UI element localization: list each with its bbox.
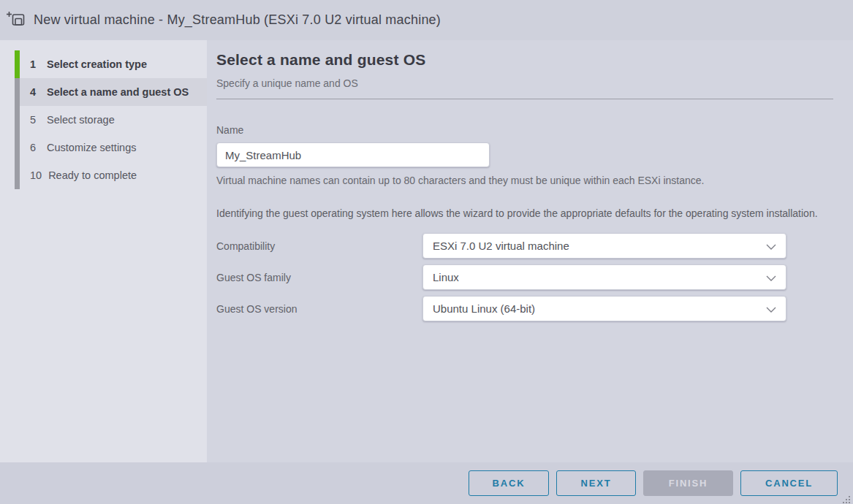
name-field-label: Name xyxy=(216,124,833,136)
chevron-down-icon xyxy=(766,244,776,250)
page-subtitle: Specify a unique name and OS xyxy=(216,77,833,89)
compatibility-value: ESXi 7.0 U2 virtual machine xyxy=(433,240,569,252)
compatibility-select[interactable]: ESXi 7.0 U2 virtual machine xyxy=(422,233,786,259)
cancel-button[interactable]: CANCEL xyxy=(740,470,838,496)
guest-os-family-value: Linux xyxy=(433,271,459,283)
step-progress-bar xyxy=(15,134,20,161)
step-progress-bar xyxy=(15,78,20,106)
name-help-text: Virtual machine names can contain up to … xyxy=(216,175,833,186)
wizard-step-select-storage[interactable]: 5 Select storage xyxy=(15,106,207,134)
header-divider xyxy=(216,99,833,99)
wizard-step-select-name-guest-os[interactable]: 4 Select a name and guest OS xyxy=(15,78,207,106)
wizard-steps-sidebar: 1 Select creation type 4 Select a name a… xyxy=(0,40,207,462)
step-label: Select storage xyxy=(47,114,115,126)
guest-os-family-select[interactable]: Linux xyxy=(422,264,786,290)
step-label: Ready to complete xyxy=(48,169,137,181)
guest-os-help-text: Identifying the guest operating system h… xyxy=(216,205,824,221)
guest-os-version-row: Guest OS version Ubuntu Linux (64-bit) xyxy=(216,296,833,321)
step-number: 10 xyxy=(30,169,42,181)
wizard-footer: BACK NEXT FINISH CANCEL xyxy=(0,462,853,504)
step-number: 1 xyxy=(30,58,40,70)
wizard-step-list: 1 Select creation type 4 Select a name a… xyxy=(0,50,207,189)
step-progress-bar xyxy=(15,161,20,189)
guest-os-version-value: Ubuntu Linux (64-bit) xyxy=(433,302,535,315)
back-button[interactable]: BACK xyxy=(469,470,549,496)
step-progress-bar xyxy=(15,50,20,78)
step-label: Select creation type xyxy=(47,58,147,70)
step-number: 6 xyxy=(30,142,40,153)
wizard-step-customize-settings[interactable]: 6 Customize settings xyxy=(15,134,207,161)
step-number: 5 xyxy=(30,114,40,126)
step-progress-bar xyxy=(15,106,20,134)
wizard-step-select-creation-type[interactable]: 1 Select creation type xyxy=(15,50,207,78)
wizard-step-ready-to-complete[interactable]: 10 Ready to complete xyxy=(15,161,207,189)
chevron-down-icon xyxy=(766,275,776,281)
new-vm-wizard-dialog: New virtual machine - My_StreamHub (ESXi… xyxy=(0,0,853,504)
page-title: Select a name and guest OS xyxy=(216,51,833,69)
wizard-page-content: Select a name and guest OS Specify a uni… xyxy=(207,40,853,462)
guest-os-version-select[interactable]: Ubuntu Linux (64-bit) xyxy=(422,296,786,321)
compatibility-row: Compatibility ESXi 7.0 U2 virtual machin… xyxy=(216,233,833,259)
new-vm-icon xyxy=(7,11,26,29)
resize-grip[interactable] xyxy=(842,494,851,503)
guest-os-family-label: Guest OS family xyxy=(216,272,422,283)
vm-name-input[interactable] xyxy=(216,142,490,167)
dialog-title: New virtual machine - My_StreamHub (ESXi… xyxy=(34,12,441,28)
guest-os-family-row: Guest OS family Linux xyxy=(216,264,833,290)
step-number: 4 xyxy=(30,86,40,98)
step-label: Customize settings xyxy=(47,142,137,153)
compatibility-label: Compatibility xyxy=(216,240,422,252)
chevron-down-icon xyxy=(766,307,776,313)
dialog-titlebar: New virtual machine - My_StreamHub (ESXi… xyxy=(0,0,853,40)
step-label: Select a name and guest OS xyxy=(47,86,189,98)
finish-button[interactable]: FINISH xyxy=(643,470,733,496)
next-button[interactable]: NEXT xyxy=(556,470,636,496)
guest-os-version-label: Guest OS version xyxy=(216,303,422,315)
